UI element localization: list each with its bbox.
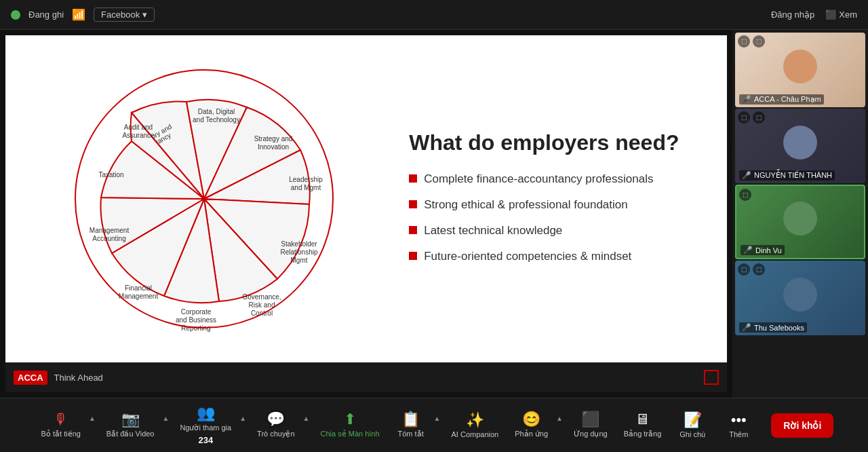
- side-panel: ⬚ ⬚ 🎤 ACCA - Châu Phạm ⬚ ⬚ 🎤 NGUYỄN TIẾN…: [732, 30, 868, 398]
- wheel-diagram: Ethics and Professionalism Advisory and …: [5, 35, 402, 362]
- bullet-square-3: [409, 226, 417, 234]
- mute-button[interactable]: 🎙 Bỏ tắt tiếng: [35, 408, 87, 442]
- notes-icon: 📝: [684, 413, 702, 428]
- apps-label: Ứng dụng: [574, 430, 608, 438]
- chat-chevron[interactable]: ▲: [302, 415, 311, 422]
- chat-icon: 💬: [267, 412, 285, 427]
- acca-logo: ACCA: [14, 371, 47, 385]
- mute-group: 🎙 Bỏ tắt tiếng ▲: [35, 408, 97, 442]
- mute-chevron[interactable]: ▲: [87, 415, 97, 422]
- participants-chevron[interactable]: ▲: [238, 415, 248, 422]
- slide-area: Ethics and Professionalism Advisory and …: [0, 30, 732, 398]
- svg-text:and Business: and Business: [176, 316, 216, 324]
- more-button[interactable]: ••• Thêm: [717, 409, 760, 442]
- topbar: Đang ghi 📶 Facebook ▾ Đăng nhập ⬛ Xem: [0, 0, 868, 30]
- recording-label: Đang ghi: [28, 10, 64, 20]
- apps-button[interactable]: ⬛ Ứng dụng: [567, 408, 614, 442]
- card-icons-2: ⬚ ⬚: [738, 111, 765, 124]
- share-button[interactable]: ⬆ Chia sẻ Màn hình: [314, 408, 387, 442]
- recording-dot: [11, 10, 20, 20]
- svg-text:Relationship: Relationship: [280, 248, 317, 256]
- participants-button[interactable]: 👥 Người tham gia 234: [173, 402, 238, 449]
- video-icon: 📷: [121, 412, 140, 427]
- svg-text:Management: Management: [89, 227, 129, 234]
- card-icon-4: ⬚: [753, 111, 765, 124]
- chat-button[interactable]: 💬 Trò chuyện: [250, 408, 302, 442]
- whiteboard-button[interactable]: 🖥 Bảng trắng: [617, 408, 669, 442]
- svg-text:Taxation: Taxation: [98, 171, 123, 178]
- participant-name-3: 🎤 Dinh Vu: [741, 245, 785, 255]
- bullet-square-1: [409, 174, 417, 183]
- summary-group: 📋 Tóm tắt ▲: [389, 408, 442, 442]
- reactions-chevron[interactable]: ▲: [555, 415, 564, 422]
- reactions-button[interactable]: 😊 Phản ứng: [508, 408, 555, 442]
- video-chevron[interactable]: ▲: [161, 415, 171, 422]
- card-icon-6: ⬚: [738, 263, 750, 276]
- avatar-3: [783, 202, 817, 236]
- share-label: Chia sẻ Màn hình: [321, 430, 380, 438]
- participant-name-2: 🎤 NGUYỄN TIẾN THÀNH: [739, 170, 835, 181]
- svg-text:Mgmt: Mgmt: [290, 257, 307, 264]
- more-icon: •••: [731, 413, 747, 428]
- bullet-square-2: [409, 200, 417, 208]
- bullet-item-2: Strong ethical & professional foundation: [409, 197, 713, 212]
- slide-title: What do employers need?: [409, 130, 713, 155]
- participant-card-4: ⬚ ⬚ 🎤 Thu Safebooks: [735, 261, 865, 335]
- svg-text:Leadership: Leadership: [289, 176, 323, 183]
- summary-button[interactable]: 📋 Tóm tắt: [389, 408, 433, 442]
- card-icon-2: ⬚: [753, 35, 765, 48]
- svg-text:Risk and: Risk and: [248, 301, 275, 309]
- svg-text:Audit and: Audit and: [123, 124, 152, 131]
- login-button[interactable]: Đăng nhập: [771, 10, 814, 20]
- slide-footer: ACCA Think Ahead: [5, 362, 727, 392]
- apps-icon: ⬛: [581, 412, 599, 427]
- svg-text:Data, Digital: Data, Digital: [197, 108, 234, 115]
- video-group: 📷 Bắt đầu Video ▲: [100, 408, 171, 442]
- ai-icon: ✨: [466, 413, 484, 428]
- summary-label: Tóm tắt: [398, 430, 424, 438]
- name-text-1: ACCA - Châu Phạm: [754, 95, 821, 104]
- reactions-label: Phản ứng: [515, 430, 548, 438]
- name-text-2: NGUYỄN TIẾN THÀNH: [754, 171, 832, 180]
- view-icon: ⬛: [825, 10, 836, 20]
- topbar-right: Đăng nhập ⬛ Xem: [771, 10, 857, 20]
- card-icons-4: ⬚ ⬚: [738, 263, 765, 276]
- summary-icon: 📋: [401, 412, 420, 427]
- card-icons-3: ⬚: [739, 189, 751, 201]
- facebook-button[interactable]: Facebook ▾: [94, 7, 155, 22]
- svg-text:Innovation: Innovation: [258, 143, 289, 151]
- card-icon-7: ⬚: [753, 263, 765, 276]
- whiteboard-label: Bảng trắng: [624, 430, 662, 438]
- svg-text:Corporate: Corporate: [180, 308, 211, 316]
- view-button[interactable]: ⬛ Xem: [825, 10, 857, 20]
- ai-companion-button[interactable]: ✨ AI Companion: [445, 409, 506, 442]
- mic-icon-1: 🎤: [742, 95, 751, 104]
- bullet-text-2: Strong ethical & professional foundation: [424, 197, 628, 212]
- mute-icon: 🎙: [54, 412, 68, 427]
- avatar-2: [783, 126, 817, 159]
- svg-text:Assurance: Assurance: [122, 132, 155, 139]
- bullet-text-4: Future-oriented competencies & mindset: [424, 249, 631, 264]
- reactions-icon: 😊: [522, 412, 540, 427]
- notes-label: Ghi chú: [679, 430, 705, 438]
- participant-card-2: ⬚ ⬚ 🎤 NGUYỄN TIẾN THÀNH: [735, 109, 865, 183]
- red-square-indicator: [704, 370, 719, 385]
- svg-text:Stakeholder: Stakeholder: [281, 240, 317, 248]
- chat-group: 💬 Trò chuyện ▲: [250, 408, 311, 442]
- leave-button[interactable]: Rời khỏi: [771, 413, 833, 438]
- bullet-square-4: [409, 252, 417, 260]
- card-icon-5: ⬚: [739, 189, 751, 201]
- bullet-item-1: Complete finance-accountancy professiona…: [409, 172, 713, 187]
- notes-button[interactable]: 📝 Ghi chú: [671, 409, 714, 442]
- signal-icon: 📶: [72, 8, 85, 21]
- mic-icon-3: 🎤: [743, 246, 753, 255]
- share-icon: ⬆: [344, 412, 356, 427]
- main-content: Ethics and Professionalism Advisory and …: [0, 30, 868, 398]
- name-text-4: Thu Safebooks: [754, 324, 804, 332]
- mic-icon-2: 🎤: [742, 171, 751, 180]
- bullet-item-3: Latest technical knowledge: [409, 223, 713, 238]
- slide-inner: Ethics and Professionalism Advisory and …: [5, 35, 727, 362]
- summary-chevron[interactable]: ▲: [433, 415, 442, 422]
- video-button[interactable]: 📷 Bắt đầu Video: [100, 408, 161, 442]
- participants-count: 234: [198, 435, 213, 445]
